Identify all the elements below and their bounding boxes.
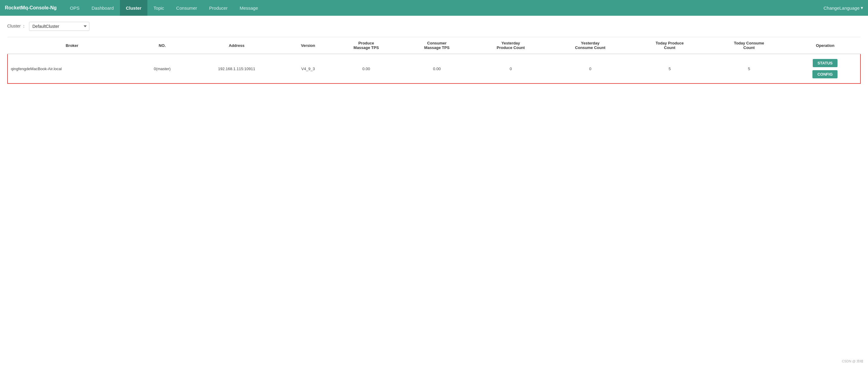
table-row: qingfengdeMacBook-Air.local0(master)192.… — [7, 54, 861, 83]
cluster-selector-row: Cluster ： DefaultCluster — [7, 22, 861, 31]
cell-no: 0(master) — [136, 54, 188, 83]
broker-table: BrokerNO.AddressVersionProduceMassage TP… — [7, 37, 861, 84]
navigation: RocketMq-Console-Ng OPSDashboardClusterT… — [0, 0, 868, 16]
cell-version: V4_9_3 — [285, 54, 331, 83]
cell-today_produce_count: 5 — [631, 54, 708, 83]
cell-broker: qingfengdeMacBook-Air.local — [7, 54, 136, 83]
nav-item-topic[interactable]: Topic — [147, 0, 170, 16]
status-button[interactable]: STATUS — [813, 59, 837, 67]
nav-item-cluster[interactable]: Cluster — [120, 0, 148, 16]
cell-operation: STATUSCONFIG — [790, 54, 861, 83]
footer-text: CSDN @ 滑稽 — [842, 359, 863, 364]
nav-item-consumer[interactable]: Consumer — [170, 0, 203, 16]
table-body: qingfengdeMacBook-Air.local0(master)192.… — [7, 54, 861, 83]
cell-yesterday_produce_count: 0 — [472, 54, 549, 83]
col-header-produce_massage_tps: ProduceMassage TPS — [331, 37, 401, 54]
brand: RocketMq-Console-Ng — [5, 5, 57, 10]
col-header-broker: Broker — [7, 37, 136, 54]
broker-table-wrapper: BrokerNO.AddressVersionProduceMassage TP… — [7, 37, 861, 84]
cell-address: 192.168.1.115:10911 — [188, 54, 285, 83]
table-header: BrokerNO.AddressVersionProduceMassage TP… — [7, 37, 861, 54]
col-header-operation: Operation — [790, 37, 861, 54]
col-header-yesterday_consume_count: YesterdayConsume Count — [549, 37, 631, 54]
cell-produce_massage_tps: 0.00 — [331, 54, 401, 83]
cell-today_consume_count: 5 — [708, 54, 790, 83]
nav-item-ops[interactable]: OPS — [64, 0, 86, 16]
change-language-label: ChangeLanguage — [824, 5, 860, 10]
dropdown-arrow-icon: ▾ — [861, 5, 863, 10]
col-header-consumer_massage_tps: ConsumerMassage TPS — [401, 37, 472, 54]
change-language-button[interactable]: ChangeLanguage ▾ — [824, 5, 863, 10]
config-button[interactable]: CONFIG — [812, 70, 837, 78]
nav-item-producer[interactable]: Producer — [203, 0, 234, 16]
col-header-yesterday_produce_count: YesterdayProduce Count — [472, 37, 549, 54]
cluster-select[interactable]: DefaultCluster — [29, 22, 89, 31]
nav-items: OPSDashboardClusterTopicConsumerProducer… — [64, 0, 824, 16]
cluster-label: Cluster ： — [7, 24, 26, 29]
col-header-no: NO. — [136, 37, 188, 54]
table-header-row: BrokerNO.AddressVersionProduceMassage TP… — [7, 37, 861, 54]
col-header-today_consume_count: Today ConsumeCount — [708, 37, 790, 54]
cell-yesterday_consume_count: 0 — [549, 54, 631, 83]
main-content: Cluster ： DefaultCluster BrokerNO.Addres… — [0, 16, 868, 366]
operation-buttons: STATUSCONFIG — [793, 58, 857, 79]
cell-consumer_massage_tps: 0.00 — [401, 54, 472, 83]
col-header-version: Version — [285, 37, 331, 54]
nav-item-dashboard[interactable]: Dashboard — [86, 0, 120, 16]
col-header-today_produce_count: Today ProduceCount — [631, 37, 708, 54]
col-header-address: Address — [188, 37, 285, 54]
nav-item-message[interactable]: Message — [234, 0, 264, 16]
